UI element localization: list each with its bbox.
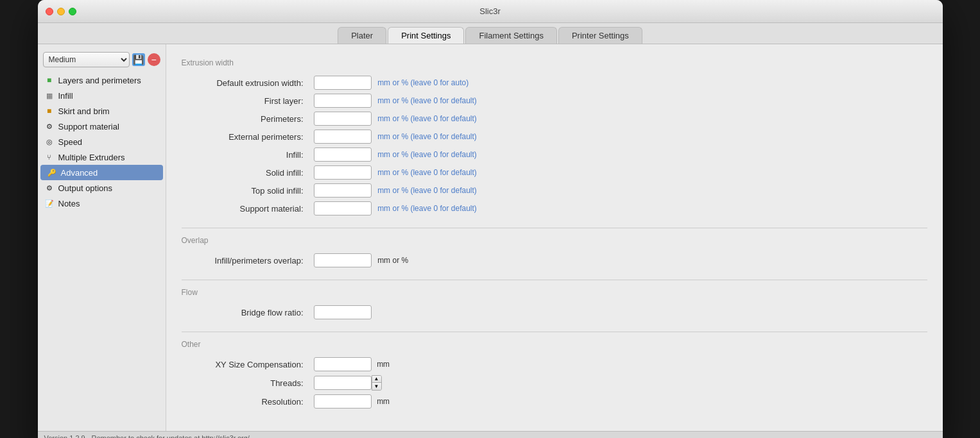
sidebar-item-output-options[interactable]: ⚙ Output options: [38, 180, 166, 196]
sidebar-item-label: Advanced: [61, 168, 98, 178]
field-label: Perimeters:: [182, 110, 310, 128]
sidebar-item-label: Output options: [58, 183, 113, 193]
field-input-cell: 1: [310, 303, 927, 321]
tab-print-settings[interactable]: Print Settings: [388, 27, 464, 44]
traffic-lights: [46, 8, 76, 15]
sidebar-item-layers-perimeters[interactable]: ■ Layers and perimeters: [38, 72, 166, 88]
table-row: Top solid infill: 0.4 mm or % (leave 0 f…: [182, 181, 927, 199]
field-label: XY Size Compensation:: [182, 355, 310, 373]
field-input-cell: 0.4 mm or % (leave 0 for default): [310, 181, 927, 199]
extrusion-width-table: Default extrusion width: 0 mm or % (leav…: [182, 74, 927, 217]
unit-label: mm or % (leave 0 for default): [377, 114, 477, 123]
field-label: First layer:: [182, 92, 310, 110]
table-row: XY Size Compensation: 0 mm: [182, 355, 927, 373]
field-input-cell: 15% mm or %: [310, 251, 927, 269]
tab-printer-settings[interactable]: Printer Settings: [558, 27, 642, 44]
delete-preset-button[interactable]: −: [148, 53, 160, 66]
threads-input[interactable]: 2: [314, 376, 372, 390]
close-button[interactable]: [46, 8, 53, 15]
window-title: Slic3r: [479, 6, 501, 16]
field-label: Default extrusion width:: [182, 74, 310, 92]
preset-select[interactable]: Medium: [43, 52, 130, 67]
tab-filament-settings[interactable]: Filament Settings: [465, 27, 556, 44]
sidebar: Medium 💾 − ■ Layers and perimeters ▦ Inf…: [38, 44, 166, 431]
unit-label: mm: [377, 397, 390, 406]
minimize-button[interactable]: [57, 8, 65, 15]
flow-table: Bridge flow ratio: 1: [182, 303, 927, 321]
field-input-cell: 0 mm: [310, 392, 927, 410]
other-section-title: Other: [182, 340, 927, 349]
field-input-cell: 0 mm or % (leave 0 for default): [310, 128, 927, 146]
unit-label: mm or % (leave 0 for default): [377, 186, 477, 195]
sidebar-item-label: Layers and perimeters: [58, 76, 141, 85]
sidebar-item-advanced[interactable]: 🔑 Advanced: [40, 165, 163, 180]
support-material-icon: ⚙: [44, 121, 55, 131]
xy-size-compensation-input[interactable]: 0: [314, 357, 372, 371]
top-solid-infill-input[interactable]: 0.4: [314, 183, 372, 198]
table-row: Bridge flow ratio: 1: [182, 303, 927, 321]
divider-1: [182, 228, 927, 228]
unit-label: mm or % (leave 0 for default): [377, 132, 477, 141]
threads-increment-button[interactable]: ▲: [372, 376, 381, 383]
field-input-cell: 0.4 mm or % (leave 0 for default): [310, 110, 927, 128]
multiple-extruders-icon: ⑂: [44, 152, 55, 162]
advanced-icon: 🔑: [47, 167, 57, 178]
sidebar-item-notes[interactable]: 📝 Notes: [38, 196, 166, 211]
infill-perimeters-overlap-input[interactable]: 15%: [314, 253, 372, 267]
output-options-icon: ⚙: [44, 183, 55, 193]
field-label: Top solid infill:: [182, 181, 310, 199]
table-row: Infill: 0 mm or % (leave 0 for default): [182, 146, 927, 164]
support-material-input[interactable]: 0: [314, 201, 372, 215]
resolution-input[interactable]: 0: [314, 394, 372, 409]
sidebar-item-support-material[interactable]: ⚙ Support material: [38, 119, 166, 134]
sidebar-item-skirt-brim[interactable]: ■ Skirt and brim: [38, 103, 166, 119]
field-label: Infill/perimeters overlap:: [182, 251, 310, 269]
external-perimeters-input[interactable]: 0: [314, 130, 372, 144]
flow-section-title: Flow: [182, 288, 927, 297]
sidebar-item-label: Skirt and brim: [58, 106, 110, 116]
bridge-flow-ratio-input[interactable]: 1: [314, 305, 372, 319]
table-row: Solid infill: 0.4 mm or % (leave 0 for d…: [182, 164, 927, 181]
field-label: External perimeters:: [182, 128, 310, 146]
table-row: External perimeters: 0 mm or % (leave 0 …: [182, 128, 927, 146]
table-row: Infill/perimeters overlap: 15% mm or %: [182, 251, 927, 269]
content-area: Extrusion width Default extrusion width:…: [166, 44, 943, 431]
unit-label: mm or % (leave 0 for default): [377, 96, 477, 105]
main-window: Slic3r Plater Print Settings Filament Se…: [38, 0, 943, 438]
statusbar-text: Version 1.2.9 - Remember to check for up…: [44, 434, 250, 438]
field-input-cell: 2 ▲ ▼: [310, 373, 927, 392]
tab-bar: Plater Print Settings Filament Settings …: [38, 23, 943, 44]
tab-plater[interactable]: Plater: [338, 27, 386, 44]
field-label: Solid infill:: [182, 164, 310, 181]
save-preset-button[interactable]: 💾: [132, 53, 145, 66]
sidebar-item-infill[interactable]: ▦ Infill: [38, 88, 166, 103]
field-input-cell: 175% mm or % (leave 0 for default): [310, 92, 927, 110]
field-input-cell: 0 mm: [310, 355, 927, 373]
threads-decrement-button[interactable]: ▼: [372, 383, 381, 390]
sidebar-item-speed[interactable]: ◎ Speed: [38, 134, 166, 149]
field-label: Bridge flow ratio:: [182, 303, 310, 321]
unit-label: mm or % (leave 0 for default): [377, 150, 477, 159]
solid-infill-input[interactable]: 0.4: [314, 165, 372, 180]
field-input-cell: 0.4 mm or % (leave 0 for default): [310, 164, 927, 181]
table-row: Default extrusion width: 0 mm or % (leav…: [182, 74, 927, 92]
statusbar: Version 1.2.9 - Remember to check for up…: [38, 431, 943, 438]
first-layer-input[interactable]: 175%: [314, 94, 372, 108]
overlap-section-title: Overlap: [182, 236, 927, 245]
unit-label: mm or % (leave 0 for default): [377, 168, 477, 177]
maximize-button[interactable]: [69, 8, 76, 15]
notes-icon: 📝: [44, 198, 55, 208]
infill-input[interactable]: 0: [314, 147, 372, 162]
field-input-cell: 0 mm or % (leave 0 for default): [310, 199, 927, 217]
default-extrusion-width-input[interactable]: 0: [314, 76, 372, 90]
sidebar-item-multiple-extruders[interactable]: ⑂ Multiple Extruders: [38, 149, 166, 165]
field-label: Infill:: [182, 146, 310, 164]
perimeters-input[interactable]: 0.4: [314, 112, 372, 126]
table-row: Perimeters: 0.4 mm or % (leave 0 for def…: [182, 110, 927, 128]
sidebar-item-label: Infill: [58, 91, 73, 101]
divider-3: [182, 332, 927, 332]
sidebar-item-label: Notes: [58, 199, 80, 208]
sidebar-item-label: Support material: [58, 122, 119, 131]
skirt-brim-icon: ■: [44, 106, 55, 116]
extrusion-width-section-title: Extrusion width: [182, 58, 927, 67]
